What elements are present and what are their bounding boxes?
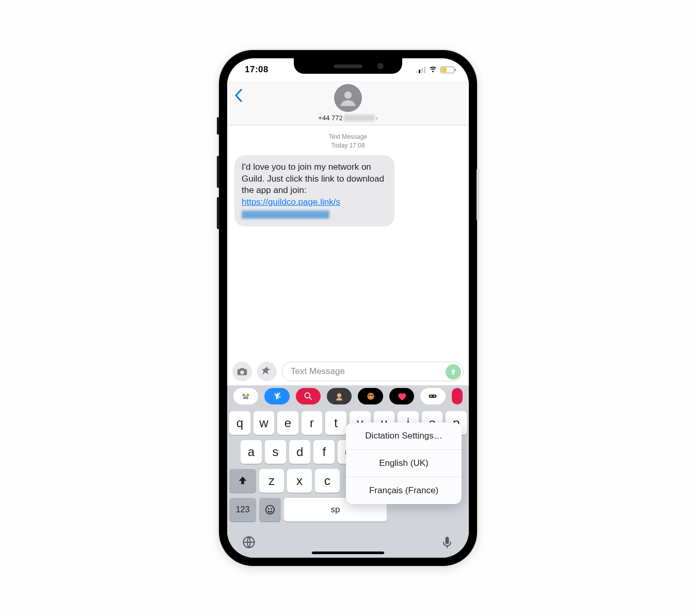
app-store-button[interactable] xyxy=(257,362,277,381)
key-r[interactable]: r xyxy=(302,411,323,435)
memoji-app-chip[interactable] xyxy=(327,388,352,404)
chevron-right-icon: › xyxy=(376,115,378,122)
svg-point-14 xyxy=(266,506,275,514)
screen: 17:08 +44 772 › xyxy=(227,58,469,558)
svg-point-4 xyxy=(243,397,246,399)
key-s[interactable]: s xyxy=(265,440,286,464)
back-button[interactable] xyxy=(234,88,243,106)
mute-switch[interactable] xyxy=(217,117,219,135)
key-c[interactable]: c xyxy=(315,469,340,493)
message-thread[interactable]: Text Message Today 17:08 I'd love you to… xyxy=(227,125,469,359)
svg-point-15 xyxy=(268,508,269,509)
search-app-chip[interactable] xyxy=(296,388,321,404)
conversation-header: +44 772 › xyxy=(227,81,469,125)
message-input[interactable]: Text Message xyxy=(282,362,464,381)
svg-point-6 xyxy=(305,393,310,398)
message-link[interactable]: https://guildco.page.link/s xyxy=(242,197,340,207)
svg-point-2 xyxy=(243,394,245,396)
key-d[interactable]: d xyxy=(289,440,310,464)
svg-point-12 xyxy=(431,396,432,397)
key-f[interactable]: f xyxy=(313,440,335,464)
dictation-language-popup: Dictation Settings… English (UK) Françai… xyxy=(346,423,462,504)
svg-rect-11 xyxy=(429,395,437,398)
compose-bar: Text Message xyxy=(227,359,469,385)
animoji-app-chip[interactable] xyxy=(358,388,383,404)
contact-number[interactable]: +44 772 xyxy=(318,114,342,122)
key-z[interactable]: z xyxy=(259,469,284,493)
hearts-app-chip[interactable] xyxy=(389,388,414,404)
thread-label: Text Message xyxy=(234,133,462,141)
svg-point-10 xyxy=(371,395,373,396)
svg-point-9 xyxy=(369,395,370,396)
volume-down-button[interactable] xyxy=(217,197,219,229)
svg-point-7 xyxy=(337,393,341,397)
appstore-app-chip[interactable] xyxy=(264,388,289,404)
dictation-lang-english-uk[interactable]: English (UK) xyxy=(346,449,462,477)
incoming-message-bubble[interactable]: I'd love you to join my network on Guild… xyxy=(234,155,394,227)
front-camera xyxy=(377,63,384,69)
wifi-icon xyxy=(429,64,437,75)
emoji-key[interactable] xyxy=(259,498,281,522)
svg-point-16 xyxy=(271,508,272,509)
more-app-chip[interactable] xyxy=(452,388,463,404)
key-e[interactable]: e xyxy=(277,411,298,435)
contact-number-redacted xyxy=(344,115,375,121)
thread-metadata: Text Message Today 17:08 xyxy=(234,133,462,150)
key-w[interactable]: w xyxy=(254,411,275,435)
svg-point-8 xyxy=(367,393,374,399)
shift-key[interactable] xyxy=(229,469,256,493)
contact-avatar[interactable] xyxy=(334,84,362,112)
send-button[interactable] xyxy=(446,364,461,380)
camera-button[interactable] xyxy=(232,362,252,381)
globe-icon[interactable] xyxy=(242,535,256,552)
message-text: I'd love you to join my network on Guild… xyxy=(242,162,384,196)
gamecontroller-app-chip[interactable] xyxy=(420,388,445,404)
svg-point-3 xyxy=(247,394,249,396)
speaker-grille xyxy=(334,64,362,68)
svg-point-5 xyxy=(246,397,248,399)
dictation-lang-francais-france[interactable]: Français (France) xyxy=(346,477,462,504)
notch xyxy=(294,58,402,74)
numbers-key[interactable]: 123 xyxy=(229,498,256,522)
keyboard: q w e r t y u i o p a s d f g xyxy=(227,407,469,529)
link-redacted xyxy=(242,210,329,219)
phone-frame: 17:08 +44 772 › xyxy=(219,50,477,566)
svg-point-13 xyxy=(434,396,435,397)
photos-app-chip[interactable] xyxy=(233,388,258,404)
imessage-app-strip[interactable] xyxy=(227,385,469,407)
battery-icon xyxy=(440,67,454,73)
clock: 17:08 xyxy=(245,64,268,75)
microphone-icon[interactable] xyxy=(440,535,454,552)
cell-signal-icon xyxy=(416,67,425,73)
key-a[interactable]: a xyxy=(241,440,262,464)
home-indicator[interactable] xyxy=(312,552,384,554)
svg-rect-18 xyxy=(446,537,449,544)
key-t[interactable]: t xyxy=(325,411,346,435)
message-placeholder: Text Message xyxy=(291,366,345,377)
key-q[interactable]: q xyxy=(229,411,250,435)
dictation-settings-item[interactable]: Dictation Settings… xyxy=(346,423,462,449)
power-button[interactable] xyxy=(477,169,479,220)
svg-point-0 xyxy=(344,91,352,99)
thread-timestamp: Today 17:08 xyxy=(234,141,462,150)
key-x[interactable]: x xyxy=(287,469,312,493)
volume-up-button[interactable] xyxy=(217,156,219,188)
